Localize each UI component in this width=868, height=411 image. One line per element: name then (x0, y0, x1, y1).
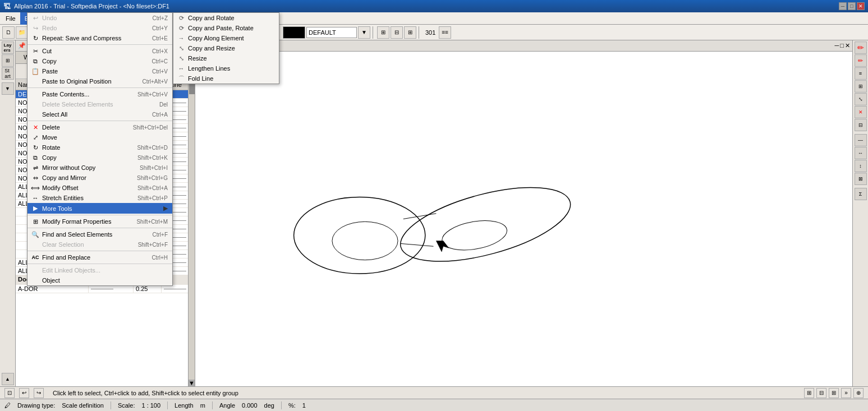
rs-btn5[interactable]: ⤡ (855, 93, 867, 105)
menu-find-select[interactable]: 🔍 Find and Select Elements Ctrl+F (27, 229, 172, 239)
color-dropdown[interactable]: ▼ (358, 26, 370, 39)
plan-maximize-btn[interactable]: □ (840, 42, 844, 49)
status-sep3 (212, 401, 213, 409)
scroll-thumb[interactable] (189, 83, 195, 94)
tb-layers2[interactable]: ⊟ (391, 26, 403, 39)
delete-sel-icon (31, 100, 40, 109)
percent-value: 1 (302, 402, 306, 409)
rs-btn12[interactable]: Σ (855, 188, 867, 200)
menu-delete-selected[interactable]: Delete Selected Elements Del (27, 99, 172, 109)
tb-layers3[interactable]: ⊞ (404, 26, 416, 39)
menu-mirror-without[interactable]: ⇌ Mirror without Copy Shift+Ctrl+I (27, 163, 172, 173)
copy-icon: ⧉ (31, 57, 40, 66)
submenu-copy-rotate[interactable]: ⟳ Copy and Rotate (173, 13, 279, 23)
menu-move[interactable]: ⤢ Move (27, 132, 172, 142)
menu-select-all[interactable]: Select All Ctrl+A (27, 109, 172, 119)
rs-btn7[interactable]: ⊟ (855, 119, 867, 131)
menu-paste[interactable]: 📋 Paste Ctrl+V (27, 66, 172, 76)
percent-label: %: (288, 402, 296, 409)
sidebar-layers-btn[interactable]: Layers (2, 41, 14, 54)
app-icon: 🏗 (3, 2, 11, 11)
menu-delete-op[interactable]: ✕ Delete Shift+Ctrl+Del (27, 122, 172, 132)
submenu-copy-paste-rotate[interactable]: ⟳ Copy and Paste, Rotate (173, 23, 279, 33)
sidebar-expand[interactable]: ▼ (2, 82, 14, 95)
scroll-down-btn[interactable]: ▼ (189, 380, 195, 386)
tb-new[interactable]: 🗋 (2, 26, 15, 39)
resize-icon: ⤡ (177, 54, 186, 63)
rs-btn3[interactable]: ≡ (855, 67, 867, 80)
copy-paste-rotate-icon: ⟳ (177, 24, 186, 33)
lengthen-icon: ↔ (177, 64, 186, 73)
bb-layers-icon2[interactable]: ⊟ (816, 388, 826, 398)
bb-more-icon[interactable]: » (841, 388, 851, 398)
copy-op-icon: ⧉ (31, 153, 40, 162)
plan-minimize-btn[interactable]: ─ (835, 42, 839, 49)
status-sep1 (111, 401, 111, 409)
menu-object[interactable]: Object (27, 275, 172, 285)
menu-copy[interactable]: ⧉ Copy Ctrl+C (27, 56, 172, 66)
submenu-copy-resize[interactable]: ⤡ Copy and Resize (173, 43, 279, 53)
rs-btn8[interactable]: — (855, 134, 867, 146)
bb-right-icons: ⊞ ⊟ ⊞ » ⊕ (804, 388, 864, 398)
bb-icon3[interactable]: ↪ (34, 388, 44, 398)
submenu-lengthen[interactable]: ↔ Lengthen Lines (173, 63, 279, 73)
tb-layers1[interactable]: ⊞ (377, 26, 389, 39)
bb-layers-icon3[interactable]: ⊞ (829, 388, 839, 398)
maximize-button[interactable]: □ (848, 2, 856, 10)
bb-snap-btn[interactable]: ⊕ (853, 388, 864, 398)
rs-btn10[interactable]: ↕ (855, 160, 867, 172)
submenu-resize[interactable]: ⤡ Resize (173, 53, 279, 63)
menu-copy-mirror[interactable]: ⇔ Copy and Mirror Shift+Ctrl+G (27, 173, 172, 183)
copy-along-icon: → (177, 34, 186, 43)
menu-cut[interactable]: ✂ Cut Ctrl+X (27, 46, 172, 56)
fold-line-icon: ⌒ (177, 74, 186, 83)
rs-btn9[interactable]: ↔ (855, 147, 867, 159)
menu-redo[interactable]: ↪ Redo Ctrl+Y (27, 23, 172, 33)
menu-clear-sel[interactable]: Clear Selection Shift+Ctrl+F (27, 239, 172, 250)
panel-pin-icon[interactable]: 📌 (18, 42, 26, 49)
edit-linked-icon (31, 266, 40, 275)
tb-sep7 (419, 26, 421, 39)
menu-more-tools[interactable]: ▶ More Tools ▶ (27, 203, 172, 214)
layer-row-a-dor[interactable]: A-DOR————0.25————1 (16, 285, 195, 293)
menu-modify-format[interactable]: ⊞ Modify Format Properties Shift+Ctrl+M (27, 216, 172, 227)
drawing-type-icon: 🖊 (4, 402, 11, 409)
rs-btn11[interactable]: ⊠ (855, 173, 867, 185)
color-swatch-btn[interactable] (283, 26, 305, 39)
menu-paste-contents[interactable]: Paste Contents... Shift+Ctrl+V (27, 89, 172, 99)
menu-repeat-save[interactable]: ↻ Repeat: Save and Compress Ctrl+E (27, 33, 172, 43)
menu-edit-linked[interactable]: Edit Linked Objects... (27, 265, 172, 275)
sidebar-btn3[interactable]: ▲ (2, 373, 14, 385)
bb-layers-icon1[interactable]: ⊞ (804, 388, 814, 398)
drawing-svg (195, 52, 852, 386)
plan-close-btn[interactable]: ✕ (845, 42, 850, 49)
rs-btn1[interactable]: ✏ (855, 41, 867, 54)
menu-undo[interactable]: ↩ Undo Ctrl+Z (27, 13, 172, 23)
panel-scrollbar[interactable]: ▲ ▼ (188, 75, 195, 386)
bb-icon2[interactable]: ↩ (19, 388, 29, 398)
sidebar-btn1[interactable]: ⊞ (2, 54, 14, 67)
menu-file[interactable]: File (1, 12, 20, 25)
close-button[interactable]: ✕ (857, 2, 865, 10)
rs-btn4[interactable]: ⊞ (855, 80, 867, 93)
sep7 (27, 264, 172, 264)
more-tools-submenu: ⟳ Copy and Rotate ⟳ Copy and Paste, Rota… (173, 12, 279, 84)
rs-btn2[interactable]: ✏ (855, 54, 867, 67)
submenu-copy-along[interactable]: → Copy Along Element (173, 33, 279, 43)
submenu-fold-line[interactable]: ⌒ Fold Line (173, 73, 279, 84)
tb-open[interactable]: 📁 (16, 26, 28, 39)
menu-find-replace[interactable]: AC Find and Replace Ctrl+H (27, 252, 172, 262)
menu-modify-offset[interactable]: ⟺ Modify Offset Shift+Ctrl+A (27, 183, 172, 193)
rs-btn6[interactable]: ✕ (855, 106, 867, 118)
bb-icon1[interactable]: ⊡ (4, 388, 15, 398)
tb-pattern[interactable]: ≡≡ (439, 26, 451, 39)
sidebar-btn2[interactable]: Start (2, 67, 14, 80)
minimize-button[interactable]: ─ (839, 2, 847, 10)
menu-stretch[interactable]: ↔ Stretch Entities Shift+Ctrl+P (27, 193, 172, 203)
menu-rotate[interactable]: ↻ Rotate Shift+Ctrl+D (27, 142, 172, 153)
paste-contents-icon (31, 90, 40, 99)
color-name-input[interactable] (306, 27, 357, 38)
menu-paste-original[interactable]: Paste to Original Position Ctrl+Alt+V (27, 76, 172, 86)
menu-copy-op[interactable]: ⧉ Copy Shift+Ctrl+K (27, 153, 172, 163)
window-title: Allplan 2016 - Trial - Softpedia Project… (14, 3, 169, 10)
